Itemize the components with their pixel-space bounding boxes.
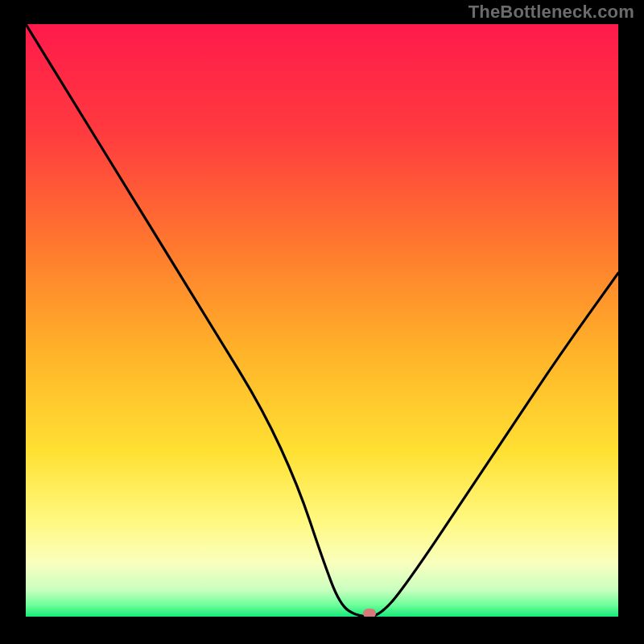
plot-svg bbox=[26, 24, 618, 617]
gradient-rect bbox=[26, 24, 618, 617]
watermark: TheBottleneck.com bbox=[469, 2, 634, 23]
minimum-marker bbox=[363, 609, 376, 617]
chart-frame: TheBottleneck.com bbox=[0, 0, 644, 644]
plot-area bbox=[26, 24, 618, 617]
